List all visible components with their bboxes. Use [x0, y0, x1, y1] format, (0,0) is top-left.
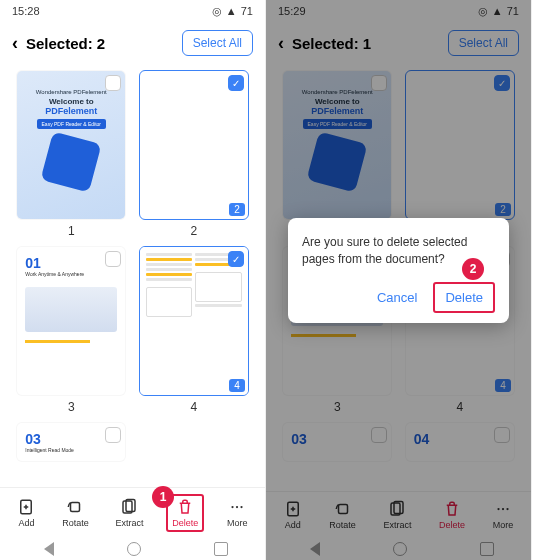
more-icon	[494, 500, 512, 518]
nav-back-icon[interactable]	[303, 542, 320, 556]
page-thumb-6[interactable]: 04	[405, 422, 515, 462]
battery-icon: 71	[507, 5, 519, 17]
delete-icon	[176, 498, 194, 516]
svg-point-11	[497, 508, 499, 510]
page-cell[interactable]: Wondershare PDFelement Welcome to PDFele…	[280, 70, 395, 238]
header-title: Selected: 1	[292, 35, 371, 52]
page-label: 2	[229, 203, 245, 216]
header: ‹ Selected: 2 Select All	[0, 22, 265, 64]
add-icon	[284, 500, 302, 518]
more-icon	[228, 498, 246, 516]
page-thumb-1[interactable]: Wondershare PDFelement Welcome to PDFele…	[16, 70, 126, 220]
page-checkbox[interactable]	[105, 427, 121, 443]
page-cell[interactable]: ✓ 4 4	[137, 246, 252, 414]
page-thumb-4[interactable]: ✓ 4	[139, 246, 249, 396]
page-thumb-5[interactable]: 03	[282, 422, 392, 462]
svg-rect-9	[391, 503, 400, 515]
back-icon[interactable]: ‹	[12, 33, 18, 54]
vibrate-icon: ◎	[212, 5, 222, 18]
page-thumb-1[interactable]: Wondershare PDFelement Welcome to PDFele…	[282, 70, 392, 220]
page-number: 3	[68, 400, 75, 414]
delete-icon	[443, 500, 461, 518]
battery-icon: 71	[241, 5, 253, 17]
extract-icon	[120, 498, 138, 516]
rotate-button[interactable]: Rotate	[58, 496, 93, 530]
svg-rect-10	[394, 502, 403, 514]
rotate-icon	[334, 500, 352, 518]
page-checkbox[interactable]	[494, 427, 510, 443]
delete-button[interactable]: Delete	[435, 498, 469, 532]
header-title: Selected: 2	[26, 35, 105, 52]
add-button[interactable]: Add	[280, 498, 306, 532]
nav-home-icon[interactable]	[127, 542, 141, 556]
page-checkbox[interactable]	[105, 75, 121, 91]
svg-point-13	[506, 508, 508, 510]
svg-point-4	[232, 506, 234, 508]
add-icon	[17, 498, 35, 516]
status-icons: ◎ ▲ 71	[478, 5, 519, 18]
status-time: 15:29	[278, 5, 306, 17]
status-time: 15:28	[12, 5, 40, 17]
page-checkbox[interactable]: ✓	[494, 75, 510, 91]
android-navbar	[266, 538, 531, 560]
dialog-delete-button[interactable]: Delete	[433, 282, 495, 313]
page-label: 4	[229, 379, 245, 392]
page-checkbox[interactable]: ✓	[228, 75, 244, 91]
page-cell[interactable]: 03	[280, 422, 395, 462]
logo-cube-icon	[41, 131, 102, 192]
svg-rect-1	[71, 503, 80, 512]
page-checkbox[interactable]	[105, 251, 121, 267]
back-icon[interactable]: ‹	[278, 33, 284, 54]
page-thumb-2[interactable]: ✓ 2	[405, 70, 515, 220]
brand-text: Wondershare PDFelement	[36, 89, 107, 95]
page-cell[interactable]: 03 Intelligent Read Mode	[14, 422, 129, 462]
bottom-toolbar: Add Rotate Extract Delete More	[266, 491, 531, 538]
nav-home-icon[interactable]	[393, 542, 407, 556]
svg-point-5	[236, 506, 238, 508]
dialog-cancel-button[interactable]: Cancel	[367, 282, 427, 313]
page-cell[interactable]: 04	[403, 422, 518, 462]
status-bar: 15:28 ◎ ▲ 71	[0, 0, 265, 22]
page-checkbox[interactable]: ✓	[228, 251, 244, 267]
status-icons: ◎ ▲ 71	[212, 5, 253, 18]
more-button[interactable]: More	[489, 498, 518, 532]
page-number: 4	[190, 400, 197, 414]
bottom-toolbar: Add Rotate Extract Delete More	[0, 487, 265, 538]
header: ‹ Selected: 1 Select All	[266, 22, 531, 64]
more-button[interactable]: More	[223, 496, 252, 530]
select-all-button[interactable]: Select All	[448, 30, 519, 56]
android-navbar	[0, 538, 265, 560]
logo-cube-icon	[307, 131, 368, 192]
annotation-2: 2	[462, 258, 484, 280]
nav-recent-icon[interactable]	[214, 542, 228, 556]
select-all-button[interactable]: Select All	[182, 30, 253, 56]
page-checkbox[interactable]	[371, 427, 387, 443]
page-cell[interactable]: Wondershare PDFelement Welcome to PDFele…	[14, 70, 129, 238]
annotation-1: 1	[152, 486, 174, 508]
nav-back-icon[interactable]	[37, 542, 54, 556]
rotate-button[interactable]: Rotate	[325, 498, 360, 532]
page-thumb-2[interactable]: ✓ 2	[139, 70, 249, 220]
page-grid: Wondershare PDFelement Welcome to PDFele…	[0, 64, 265, 468]
page-cell[interactable]: 01 Work Anytime & Anywhere 3	[14, 246, 129, 414]
rotate-icon	[66, 498, 84, 516]
right-screen: 15:29 ◎ ▲ 71 ‹ Selected: 1 Select All Wo…	[266, 0, 532, 560]
extract-icon	[388, 500, 406, 518]
page-cell[interactable]: ✓ 2 2	[403, 70, 518, 238]
signal-icon: ▲	[226, 5, 237, 17]
svg-point-12	[502, 508, 504, 510]
page-thumb-5[interactable]: 03 Intelligent Read Mode	[16, 422, 126, 462]
nav-recent-icon[interactable]	[480, 542, 494, 556]
svg-rect-8	[338, 505, 347, 514]
page-thumb-3[interactable]: 01 Work Anytime & Anywhere	[16, 246, 126, 396]
left-screen: 15:28 ◎ ▲ 71 ‹ Selected: 2 Select All Wo…	[0, 0, 266, 560]
vibrate-icon: ◎	[478, 5, 488, 18]
extract-button[interactable]: Extract	[111, 496, 147, 530]
page-checkbox[interactable]	[371, 75, 387, 91]
page-cell[interactable]: ✓ 2 2	[137, 70, 252, 238]
extract-button[interactable]: Extract	[379, 498, 415, 532]
status-bar: 15:29 ◎ ▲ 71	[266, 0, 531, 22]
svg-point-6	[241, 506, 243, 508]
add-button[interactable]: Add	[13, 496, 39, 530]
svg-rect-7	[288, 502, 299, 516]
